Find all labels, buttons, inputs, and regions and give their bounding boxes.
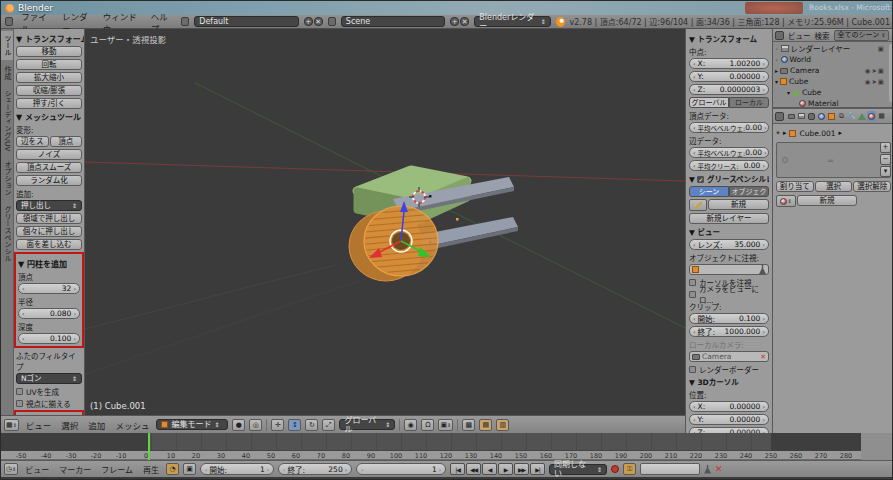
selectability-icon[interactable]: ➤ (871, 78, 876, 86)
generate-uv-row[interactable]: UVを生成 (16, 386, 82, 396)
snap-element-button[interactable]: ▣⇕ (438, 419, 453, 431)
tab-modifiers[interactable]: 🔧 (847, 111, 856, 122)
occlude-geometry-button[interactable]: ▩ (462, 419, 475, 431)
median-y-field[interactable]: ‹Y:0.00000› (689, 71, 769, 82)
extrude-region-button[interactable]: 領域で押し出し (16, 213, 82, 224)
select-button[interactable]: 選択 (815, 181, 853, 192)
panel-mesh-tools-header[interactable]: ▼ メッシュツール (16, 111, 82, 122)
menu-add[interactable]: 追加 (85, 419, 108, 431)
current-frame-indicator[interactable] (148, 433, 150, 460)
orientation-select[interactable]: グローバル⇕ (339, 419, 395, 430)
viewport-canvas[interactable] (85, 29, 685, 415)
menu-view[interactable]: ビュー (23, 419, 55, 431)
timeline-menu-frame[interactable]: フレーム (98, 464, 136, 475)
material-slot-list[interactable]: ═ + − ▾ (776, 142, 891, 178)
clear-camera-icon[interactable]: ✕ (760, 353, 766, 361)
render-border-row[interactable]: レンダーボーダー (689, 364, 769, 374)
play-reverse-button[interactable]: ◀ (482, 463, 497, 475)
scale-button[interactable]: 拡大縮小 (16, 72, 82, 83)
preview-range-button[interactable]: ◔ (166, 463, 179, 475)
frame-start-field[interactable]: ‹開始:1› (200, 463, 274, 475)
sync-mode-select[interactable]: 同期しない⇕ (549, 464, 607, 475)
timeline-band[interactable] (1, 433, 861, 451)
delete-layout-button[interactable]: ✕ (314, 17, 323, 26)
rotate-button[interactable]: 回転 (16, 59, 82, 70)
lock-object-field[interactable] (689, 264, 769, 275)
remove-slot-button[interactable]: − (880, 154, 891, 165)
tab-scene[interactable] (807, 111, 816, 122)
frame-lock-button[interactable]: ▣ (183, 463, 196, 475)
radius-field[interactable]: ‹0.080› (18, 308, 80, 319)
push-pull-button[interactable]: 押す/引く (16, 98, 82, 109)
timeline-menu-view[interactable]: ビュー (22, 464, 52, 475)
outliner-item-camera[interactable]: ▸Camera◉➤▣ (775, 65, 892, 76)
viewport-shading-button[interactable]: ● (232, 419, 245, 431)
current-frame-field[interactable]: ‹1› (356, 463, 446, 475)
editor-type-button[interactable]: ▦⇕ (4, 419, 19, 431)
lock-camera-checkbox[interactable] (689, 291, 696, 298)
mode-select[interactable]: 編集モード⇕ (156, 419, 228, 430)
outliner-menu-search[interactable]: 検索 (815, 30, 830, 41)
play-button[interactable]: ▶ (498, 463, 513, 475)
tab-object[interactable] (827, 111, 836, 122)
grease-object-button[interactable]: オブジェクト (729, 186, 769, 197)
local-camera-field[interactable]: Camera✕ (689, 351, 769, 362)
selectability-icon[interactable]: ➤ (871, 67, 876, 75)
outliner-item-render-layers[interactable]: ◦レンダーレイヤー▣ (775, 43, 892, 54)
outliner-item-world[interactable]: ◦World (775, 54, 892, 65)
vertices-field[interactable]: ‹32› (18, 283, 80, 294)
timeline-editor-type-button[interactable]: ◷⇕ (4, 463, 18, 475)
grease-checkbox[interactable]: ✓ (697, 176, 704, 183)
median-x-field[interactable]: ‹X:1.00200› (689, 58, 769, 69)
lock-camera-row[interactable]: カメラをビューにロ... (689, 289, 769, 299)
eyedropper-icon[interactable] (759, 265, 766, 274)
np-cursor-header[interactable]: ▼ 3Dカーソル (689, 376, 769, 387)
tab-tools[interactable]: ツール (1, 31, 13, 60)
cap-fill-select[interactable]: Nゴン⇕ (16, 373, 82, 384)
render-opengl-button[interactable]: ▤ (479, 419, 492, 431)
eyedropper-icon[interactable] (704, 465, 711, 474)
vertex-slide-button[interactable]: 頂点 (50, 136, 83, 147)
tab-object-data[interactable] (857, 111, 866, 122)
screen-layout-icon[interactable] (181, 17, 189, 26)
editor-type-icon[interactable] (5, 17, 13, 26)
shrink-fatten-button[interactable]: 収縮/膨張 (16, 85, 82, 96)
proportional-edit-button[interactable]: ◉ (404, 419, 417, 431)
grease-pencil-mode-button[interactable] (689, 199, 707, 211)
viewport-3d[interactable]: ユーザー・透視投影 (1) Cube.001 (85, 29, 685, 415)
scene-icon[interactable] (328, 17, 336, 26)
lens-field[interactable]: ‹レンズ:35.000› (689, 239, 769, 250)
prev-keyframe-button[interactable]: ◀◀ (466, 463, 481, 475)
render-restrict-icon[interactable]: ▣ (878, 78, 884, 86)
tab-texture[interactable]: ▦ (877, 111, 886, 122)
np-grease-header[interactable]: ▼ ✓ グリースペンシルレイ (689, 173, 769, 184)
outliner-item-cube[interactable]: ▾Cube◉➤▣ (775, 76, 892, 87)
clip-start-field[interactable]: ‹開始:0.100› (689, 313, 769, 324)
translate-manipulator-button[interactable]: ↕ (288, 419, 301, 431)
cursor-y-field[interactable]: ‹Y:0.00000› (689, 414, 769, 425)
add-slot-button[interactable]: + (880, 142, 891, 153)
clear-keying-set-icon[interactable]: ✕ (715, 464, 723, 474)
render-opengl-anim-button[interactable]: ▥ (496, 419, 509, 431)
toggle-icon[interactable]: ▣ (878, 45, 884, 53)
inset-faces-button[interactable]: 面を差し込む (16, 239, 82, 250)
tab-render-layers[interactable] (797, 111, 806, 122)
visibility-eye-icon[interactable]: ◉ (865, 67, 871, 75)
noise-button[interactable]: ノイズ (16, 149, 82, 160)
new-layer-button[interactable]: 新規レイヤー (689, 213, 769, 224)
lock-cursor-checkbox[interactable] (689, 279, 696, 286)
outliner-item-cube-data[interactable]: ▾Cube (775, 87, 892, 98)
timeline-ruler-numbers[interactable]: -50-40-30-20-100102030405060708090100110… (1, 451, 861, 460)
delete-scene-button[interactable]: ✕ (460, 17, 469, 26)
tab-shading-uv[interactable]: シェーディング/UV (1, 86, 13, 155)
grease-scene-button[interactable]: シーン (689, 186, 729, 197)
outliner-scrollbar[interactable] (889, 44, 893, 102)
tab-material[interactable] (867, 111, 876, 122)
cursor-x-field[interactable]: ‹X:0.00000› (689, 401, 769, 412)
outliner-item-material[interactable]: Material (775, 98, 892, 109)
jump-to-end-button[interactable]: ▶| (530, 463, 545, 475)
outliner-filter-select[interactable]: 全てのシーン⇕ (834, 30, 890, 41)
tab-create[interactable]: 作成 (1, 62, 13, 84)
keying-set-button[interactable]: ⚿ (623, 463, 636, 475)
pin-icon[interactable]: ⌖ (776, 129, 780, 137)
